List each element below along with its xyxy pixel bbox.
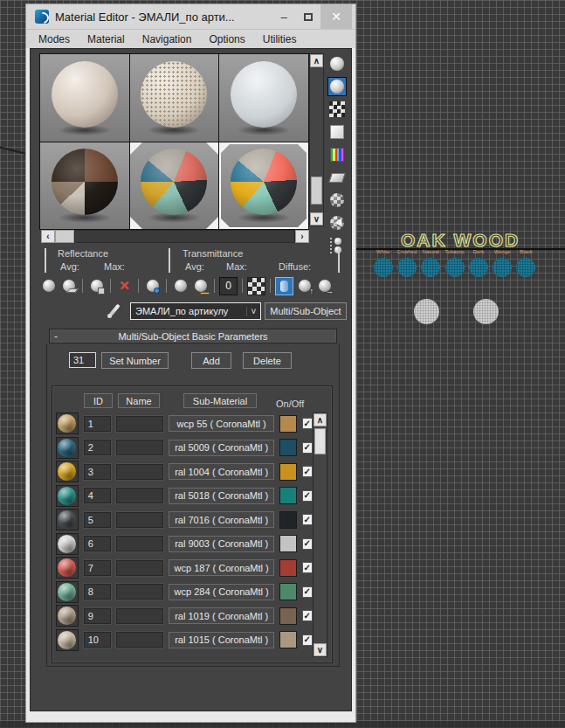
name-field[interactable] [116, 512, 162, 528]
scroll-track[interactable] [74, 230, 295, 243]
sub-material-color-swatch[interactable] [279, 559, 296, 577]
id-field[interactable]: 9 [84, 608, 112, 624]
make-material-copy-icon[interactable] [143, 277, 162, 295]
sample-slot-5[interactable] [130, 142, 219, 230]
on-off-checkbox[interactable]: ✓ [302, 490, 313, 502]
sub-material-color-swatch[interactable] [279, 487, 296, 504]
sub-material-color-swatch[interactable] [279, 583, 296, 600]
sub-material-preview[interactable] [56, 509, 79, 530]
menu-utilities[interactable]: Utilities [263, 33, 297, 45]
on-off-checkbox[interactable]: ✓ [302, 418, 313, 429]
menu-options[interactable]: Options [209, 33, 245, 45]
name-field[interactable] [116, 464, 162, 480]
name-column-header[interactable]: Name [118, 393, 160, 408]
go-forward-to-sibling-icon[interactable]: → [315, 277, 334, 295]
go-to-parent-icon[interactable]: ↑ [295, 277, 314, 295]
pick-material-eyedropper-icon[interactable] [106, 302, 123, 321]
show-end-result-icon[interactable] [275, 277, 293, 295]
sub-material-preview[interactable] [56, 461, 79, 482]
id-field[interactable]: 1 [84, 416, 112, 432]
background-checker-icon[interactable] [327, 100, 347, 119]
put-material-to-scene-icon[interactable] [59, 277, 78, 295]
chevron-down-icon[interactable]: ˅ [246, 307, 260, 316]
sample-slot-1[interactable] [40, 54, 129, 142]
reset-map-mtl-icon[interactable]: ✕ [115, 277, 134, 295]
sub-material-button[interactable]: wcp 55 ( CoronaMtl ) [169, 415, 275, 432]
sub-material-color-swatch[interactable] [279, 511, 296, 529]
sub-material-button[interactable]: wcp 284 ( CoronaMtl ) [169, 584, 275, 600]
sub-material-color-swatch[interactable] [279, 631, 296, 648]
id-field[interactable]: 2 [84, 440, 112, 455]
sub-material-preview[interactable] [56, 485, 79, 507]
id-field[interactable]: 4 [84, 488, 112, 503]
scroll-thumb[interactable] [314, 428, 326, 454]
sub-material-color-swatch[interactable] [279, 463, 296, 481]
on-off-checkbox[interactable]: ✓ [302, 610, 313, 621]
table-vertical-scrollbar[interactable]: ∧ ∨ [313, 413, 327, 657]
delete-button[interactable]: Delete [243, 352, 292, 369]
assign-material-to-selection-icon[interactable] [87, 277, 106, 295]
id-column-header[interactable]: ID [84, 393, 113, 408]
backlight-icon[interactable] [327, 77, 347, 96]
sub-material-button[interactable]: ral 1004 ( CoronaMtl ) [169, 463, 275, 480]
window-titlebar[interactable]: Material Editor - ЭМАЛИ_по арти... – ✕ [26, 4, 355, 29]
material-count-field[interactable]: 31 [69, 352, 96, 368]
material-name-dropdown[interactable]: ЭМАЛИ_по артикулу ˅ [130, 302, 261, 320]
make-unique-icon[interactable] [171, 277, 189, 295]
video-color-check-icon[interactable] [327, 145, 347, 164]
material-id-channel-icon[interactable]: 0 [219, 277, 238, 295]
scroll-thumb[interactable] [311, 177, 322, 205]
name-field[interactable] [116, 608, 162, 624]
id-field[interactable]: 7 [84, 560, 112, 576]
id-field[interactable]: 10 [84, 632, 112, 648]
maximize-button[interactable] [296, 4, 320, 29]
name-field[interactable] [116, 416, 162, 432]
sub-material-button[interactable]: ral 5009 ( CoronaMtl ) [169, 440, 275, 456]
palette-vertical-scrollbar[interactable]: ∧ ∨ [309, 53, 324, 226]
put-to-library-icon[interactable] [191, 277, 210, 295]
material-type-button[interactable]: Multi/Sub-Object [265, 302, 347, 320]
id-field[interactable]: 6 [84, 536, 112, 551]
sub-material-button[interactable]: ral 1015 ( CoronaMtl ) [169, 632, 275, 648]
sample-slot-6-selected[interactable] [219, 142, 308, 230]
sample-uv-tiling-icon[interactable] [327, 122, 347, 142]
minimize-button[interactable]: – [272, 4, 296, 29]
make-preview-icon[interactable] [327, 168, 347, 187]
sub-material-preview[interactable] [56, 605, 79, 627]
on-off-checkbox[interactable]: ✓ [302, 586, 313, 598]
collapse-icon[interactable]: - [50, 330, 62, 343]
sub-material-column-header[interactable]: Sub-Material [183, 393, 257, 408]
scroll-right-button[interactable]: › [295, 230, 309, 243]
id-field[interactable]: 8 [84, 584, 112, 600]
sample-slot-4[interactable] [40, 142, 129, 230]
scroll-down-button[interactable]: ∨ [310, 212, 323, 225]
id-field[interactable]: 5 [84, 512, 112, 528]
close-button[interactable]: ✕ [320, 4, 352, 29]
material-map-navigator-icon[interactable] [327, 236, 347, 255]
name-field[interactable] [116, 560, 162, 576]
name-field[interactable] [116, 536, 162, 551]
sub-material-button[interactable]: ral 5018 ( CoronaMtl ) [169, 488, 275, 504]
scroll-left-button[interactable]: ‹ [41, 230, 55, 243]
sample-type-icon[interactable] [327, 54, 347, 73]
sample-slot-3[interactable] [219, 54, 308, 142]
name-field[interactable] [116, 584, 162, 600]
set-number-button[interactable]: Set Number [101, 352, 169, 369]
on-off-checkbox[interactable]: ✓ [302, 538, 313, 550]
scroll-thumb[interactable] [55, 230, 74, 243]
scroll-up-button[interactable]: ∧ [310, 54, 323, 67]
sub-material-button[interactable]: ral 1019 ( CoronaMtl ) [169, 607, 275, 624]
sample-slot-2[interactable] [130, 54, 219, 142]
sub-material-button[interactable]: wcp 187 ( CoronaMtl ) [169, 559, 275, 576]
get-material-icon[interactable] [39, 277, 58, 295]
sub-material-preview[interactable] [56, 629, 79, 651]
show-shaded-material-in-viewport-icon[interactable] [247, 277, 265, 295]
sub-material-preview[interactable] [56, 557, 79, 579]
sub-material-color-swatch[interactable] [279, 607, 296, 625]
add-button[interactable]: Add [191, 352, 231, 369]
menu-navigation[interactable]: Navigation [142, 33, 192, 45]
id-field[interactable]: 3 [84, 464, 112, 480]
scroll-up-button[interactable]: ∧ [314, 413, 327, 426]
name-field[interactable] [116, 488, 162, 503]
on-off-checkbox[interactable]: ✓ [302, 466, 313, 477]
